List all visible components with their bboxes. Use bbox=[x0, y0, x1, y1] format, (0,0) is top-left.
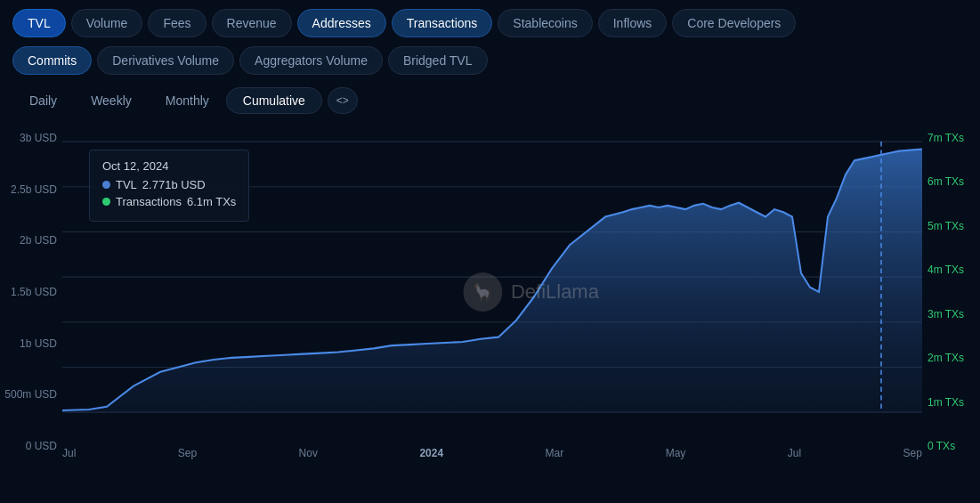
x-label-7: Sep bbox=[903, 447, 922, 459]
y-right-7: 0 TXs bbox=[922, 440, 980, 452]
tooltip-tx-label: Transactions bbox=[116, 195, 182, 208]
x-label-5: May bbox=[666, 447, 686, 459]
tvl-dot bbox=[102, 181, 110, 189]
tooltip-date: Oct 12, 2024 bbox=[102, 159, 236, 173]
tab-fees[interactable]: Fees bbox=[148, 9, 206, 37]
tab-volume[interactable]: Volume bbox=[71, 9, 143, 37]
y-axis-right: 7m TXs 6m TXs 5m TXs 4m TXs 3m TXs 2m TX… bbox=[922, 123, 980, 461]
tab-core-developers[interactable]: Core Developers bbox=[672, 9, 796, 37]
tab-derivatives-volume[interactable]: Derivatives Volume bbox=[97, 46, 234, 75]
x-label-6: Jul bbox=[788, 447, 801, 459]
y-right-0: 7m TXs bbox=[922, 132, 980, 144]
time-row: Daily Weekly Monthly Cumulative <> bbox=[12, 87, 968, 114]
tooltip-tx-value: 6.1m TXs bbox=[187, 195, 236, 208]
y-right-4: 3m TXs bbox=[922, 308, 980, 320]
x-label-0: Jul bbox=[62, 447, 76, 459]
tooltip-tvl-label: TVL bbox=[116, 178, 137, 191]
btn-monthly[interactable]: Monthly bbox=[149, 87, 226, 114]
svg-text:🦙: 🦙 bbox=[473, 282, 493, 302]
tx-dot bbox=[102, 198, 110, 206]
watermark: 🦙 DefiLlama bbox=[463, 272, 599, 312]
chart-area: 3b USD 2.5b USD 2b USD 1.5b USD 1b USD 5… bbox=[0, 123, 980, 461]
y-right-5: 2m TXs bbox=[922, 352, 980, 364]
x-label-2: Nov bbox=[299, 447, 318, 459]
tab-transactions[interactable]: Transactions bbox=[392, 9, 493, 37]
tab-commits[interactable]: Commits bbox=[12, 46, 92, 75]
tabs-row1: TVL Volume Fees Revenue Addresses Transa… bbox=[12, 9, 968, 37]
watermark-text: DefiLlama bbox=[511, 280, 599, 304]
btn-daily[interactable]: Daily bbox=[12, 87, 74, 114]
tab-bridged-tvl[interactable]: Bridged TVL bbox=[388, 46, 488, 75]
y-right-2: 5m TXs bbox=[922, 220, 980, 232]
tab-aggregators-volume[interactable]: Aggregators Volume bbox=[239, 46, 383, 75]
x-label-3: 2024 bbox=[419, 447, 443, 459]
tab-tvl[interactable]: TVL bbox=[12, 9, 66, 37]
y-right-3: 4m TXs bbox=[922, 264, 980, 276]
btn-weekly[interactable]: Weekly bbox=[74, 87, 149, 114]
tabs-row2: Commits Derivatives Volume Aggregators V… bbox=[12, 46, 968, 75]
tooltip-tvl-row: TVL 2.771b USD bbox=[102, 178, 236, 191]
watermark-icon: 🦙 bbox=[463, 272, 502, 312]
tab-revenue[interactable]: Revenue bbox=[212, 9, 292, 37]
code-btn[interactable]: <> bbox=[328, 87, 358, 114]
tooltip-tvl-value: 2.771b USD bbox=[142, 178, 206, 191]
tooltip-tx-row: Transactions 6.1m TXs bbox=[102, 195, 236, 208]
tooltip-box: Oct 12, 2024 TVL 2.771b USD Transactions… bbox=[89, 150, 249, 222]
x-axis: Jul Sep Nov 2024 Mar May Jul Sep bbox=[62, 447, 922, 459]
btn-cumulative[interactable]: Cumulative bbox=[226, 87, 322, 114]
y-right-6: 1m TXs bbox=[922, 396, 980, 409]
y-right-1: 6m TXs bbox=[922, 175, 980, 188]
x-label-4: Mar bbox=[546, 447, 564, 459]
x-label-1: Sep bbox=[178, 447, 197, 459]
tab-addresses[interactable]: Addresses bbox=[297, 9, 386, 37]
tab-stablecoins[interactable]: Stablecoins bbox=[498, 9, 592, 37]
tab-inflows[interactable]: Inflows bbox=[598, 9, 668, 37]
